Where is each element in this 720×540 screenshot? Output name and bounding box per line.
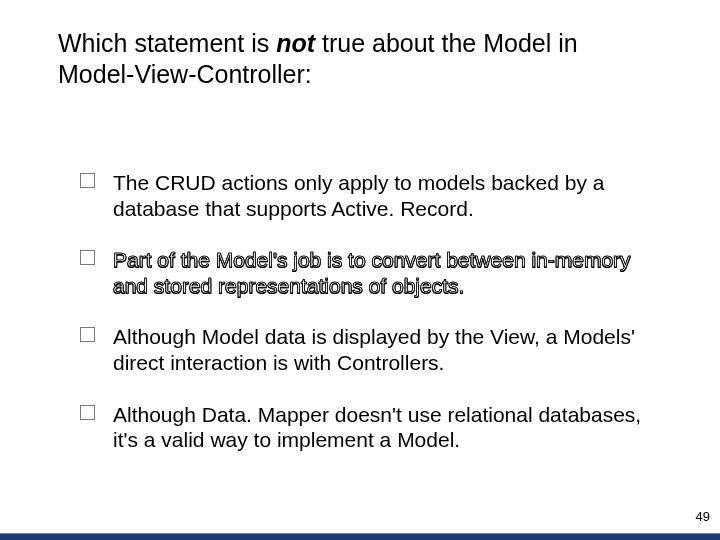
- option-text: Although Data. Mapper doesn't use relati…: [113, 402, 660, 453]
- option-row: Part of the Model's job is to convert be…: [80, 247, 660, 298]
- checkbox-icon[interactable]: [80, 327, 95, 342]
- page-number: 49: [696, 509, 710, 524]
- option-row: The CRUD actions only apply to models ba…: [80, 170, 660, 221]
- slide: Which statement is not true about the Mo…: [0, 0, 720, 540]
- option-text: Part of the Model's job is to convert be…: [113, 247, 660, 298]
- checkbox-icon[interactable]: [80, 250, 95, 265]
- footer-bar: [0, 534, 720, 540]
- question-not-word: not: [276, 29, 315, 57]
- option-row: Although Model data is displayed by the …: [80, 324, 660, 375]
- option-text: Although Model data is displayed by the …: [113, 324, 660, 375]
- checkbox-icon[interactable]: [80, 173, 95, 188]
- option-row: Although Data. Mapper doesn't use relati…: [80, 402, 660, 453]
- options-list: The CRUD actions only apply to models ba…: [80, 170, 660, 479]
- checkbox-icon[interactable]: [80, 405, 95, 420]
- question-text: Which statement is not true about the Mo…: [58, 28, 638, 91]
- question-prefix: Which statement is: [58, 29, 276, 57]
- option-text: The CRUD actions only apply to models ba…: [113, 170, 660, 221]
